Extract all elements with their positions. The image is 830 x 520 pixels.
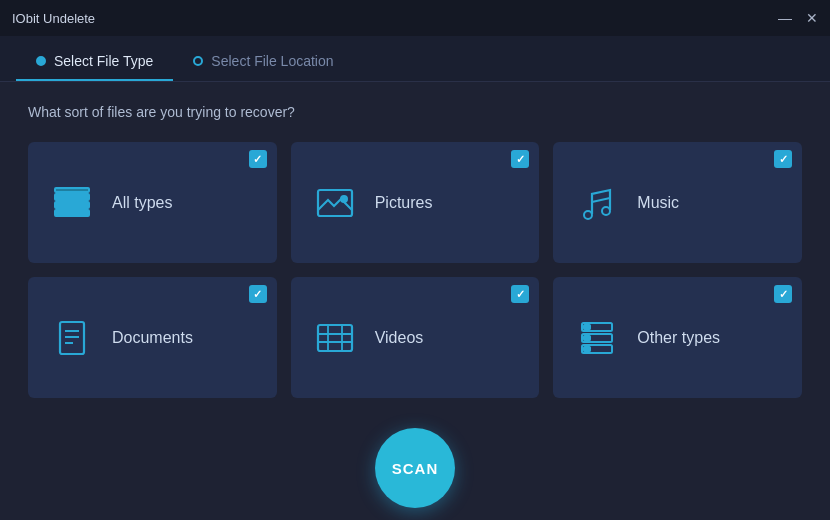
music-check xyxy=(774,150,792,168)
svg-point-7 xyxy=(602,207,610,215)
other-types-icon xyxy=(575,317,619,359)
svg-rect-3 xyxy=(55,188,89,192)
tab-file-location[interactable]: Select File Location xyxy=(173,45,353,81)
card-music[interactable]: Music xyxy=(553,142,802,263)
videos-svg xyxy=(314,317,356,359)
card-other-types[interactable]: Other types xyxy=(553,277,802,398)
svg-rect-4 xyxy=(318,190,352,216)
svg-point-5 xyxy=(341,196,347,202)
videos-icon xyxy=(313,317,357,359)
all-types-label: All types xyxy=(112,194,172,212)
videos-check xyxy=(511,285,529,303)
pictures-label: Pictures xyxy=(375,194,433,212)
pictures-icon xyxy=(313,182,357,224)
all-types-check xyxy=(249,150,267,168)
svg-rect-2 xyxy=(55,210,89,216)
tab-file-location-dot xyxy=(193,56,203,66)
pictures-check xyxy=(511,150,529,168)
bottom-area: SCAN xyxy=(0,414,830,520)
videos-label: Videos xyxy=(375,329,424,347)
svg-rect-21 xyxy=(584,325,590,329)
file-type-grid: All types Pictures xyxy=(28,142,802,398)
all-types-svg xyxy=(51,182,93,224)
svg-rect-1 xyxy=(55,202,89,208)
documents-check xyxy=(249,285,267,303)
tab-file-type-dot xyxy=(36,56,46,66)
music-icon xyxy=(575,182,619,224)
other-types-svg xyxy=(576,317,618,359)
main-window: IObit Undelete — ✕ Select File Type Sele… xyxy=(0,0,830,520)
svg-point-6 xyxy=(584,211,592,219)
svg-rect-13 xyxy=(318,325,352,351)
pictures-svg xyxy=(314,182,356,224)
documents-icon xyxy=(50,317,94,359)
title-bar-left: IObit Undelete xyxy=(12,11,95,26)
svg-rect-22 xyxy=(584,336,590,340)
card-documents[interactable]: Documents xyxy=(28,277,277,398)
card-pictures[interactable]: Pictures xyxy=(291,142,540,263)
tab-file-location-label: Select File Location xyxy=(211,53,333,69)
music-label: Music xyxy=(637,194,679,212)
music-svg xyxy=(576,182,618,224)
tab-file-type[interactable]: Select File Type xyxy=(16,45,173,81)
other-types-check xyxy=(774,285,792,303)
svg-line-8 xyxy=(592,198,610,202)
main-content: What sort of files are you trying to rec… xyxy=(0,82,830,414)
title-bar-controls: — ✕ xyxy=(778,11,818,25)
tab-file-type-label: Select File Type xyxy=(54,53,153,69)
scan-button[interactable]: SCAN xyxy=(375,428,455,508)
app-title: IObit Undelete xyxy=(12,11,95,26)
page-subtitle: What sort of files are you trying to rec… xyxy=(28,104,802,120)
close-button[interactable]: ✕ xyxy=(806,11,818,25)
title-bar: IObit Undelete — ✕ xyxy=(0,0,830,36)
documents-label: Documents xyxy=(112,329,193,347)
documents-svg xyxy=(51,317,93,359)
all-types-icon xyxy=(50,182,94,224)
card-videos[interactable]: Videos xyxy=(291,277,540,398)
minimize-button[interactable]: — xyxy=(778,11,792,25)
svg-rect-23 xyxy=(584,347,590,351)
other-types-label: Other types xyxy=(637,329,720,347)
card-all-types[interactable]: All types xyxy=(28,142,277,263)
tab-bar: Select File Type Select File Location xyxy=(0,36,830,82)
svg-rect-0 xyxy=(55,194,89,200)
